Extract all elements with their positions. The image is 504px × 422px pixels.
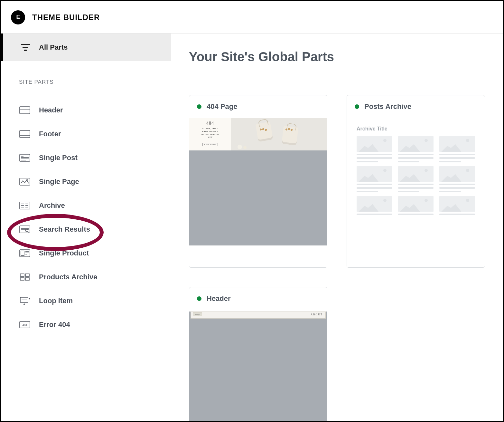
- svg-text:404: 404: [22, 323, 27, 327]
- svg-rect-24: [21, 251, 24, 255]
- error-404-icon: 404: [19, 320, 31, 330]
- loop-item-icon: [19, 296, 31, 306]
- card-title: Posts Archive: [364, 102, 411, 111]
- preview-404: 404 SORRY, THAT PAGE HASN'T BEEN COOKED …: [189, 118, 327, 150]
- svg-rect-0: [20, 107, 30, 114]
- sidebar-item-label: Loop Item: [39, 297, 73, 305]
- page-title: Your Site's Global Parts: [189, 50, 485, 64]
- sidebar-item-products-archive[interactable]: Products Archive: [19, 265, 153, 289]
- header-icon: [19, 105, 31, 115]
- sidebar-item-label: Footer: [39, 130, 61, 138]
- preview-header-logo: Logo: [193, 312, 202, 316]
- svg-rect-9: [20, 178, 30, 185]
- sidebar-item-header[interactable]: Header: [19, 98, 153, 122]
- preview-404-code: 404: [191, 121, 229, 126]
- sidebar-item-label: Single Page: [39, 177, 79, 186]
- svg-rect-31: [25, 278, 29, 280]
- svg-rect-11: [20, 202, 30, 209]
- svg-line-22: [28, 231, 29, 233]
- preview-404-image: [231, 118, 327, 150]
- sidebar-item-label: Archive: [39, 201, 65, 210]
- card-title: 404 Page: [207, 102, 237, 111]
- footer-icon: [19, 129, 31, 139]
- sidebar-item-search-results[interactable]: Search Results: [19, 217, 153, 241]
- divider: [189, 74, 485, 74]
- status-dot-icon: [197, 296, 201, 301]
- preview-header: Logo ABOUT: [191, 312, 326, 319]
- card-404-page[interactable]: 404 Page 404 SORRY, THAT PAGE HASN'T BEE…: [189, 95, 327, 268]
- card-title: Header: [207, 294, 231, 303]
- all-parts-label: All Parts: [39, 43, 68, 52]
- search-results-icon: [19, 225, 31, 234]
- elementor-logo-icon: E: [11, 10, 25, 24]
- sidebar-item-single-post[interactable]: Single Post: [19, 146, 153, 170]
- filter-icon: [21, 44, 30, 51]
- sidebar-item-single-page[interactable]: Single Page: [19, 170, 153, 194]
- site-parts-heading: SITE PARTS: [19, 79, 153, 85]
- card-posts-archive[interactable]: Posts Archive Archive Title: [347, 95, 485, 268]
- sidebar-item-all-parts[interactable]: All Parts: [1, 34, 171, 61]
- sidebar-item-label: Single Product: [39, 249, 89, 257]
- sidebar-item-label: Single Post: [39, 154, 78, 162]
- topbar: E THEME BUILDER: [1, 1, 503, 34]
- svg-rect-2: [20, 130, 30, 138]
- products-archive-icon: [19, 272, 31, 282]
- svg-rect-28: [20, 274, 24, 276]
- sidebar-item-label: Search Results: [39, 225, 90, 234]
- sidebar-item-single-product[interactable]: Single Product: [19, 241, 153, 265]
- preview-header-menu: ABOUT: [311, 313, 323, 316]
- svg-rect-30: [20, 278, 24, 280]
- sidebar-item-footer[interactable]: Footer: [19, 122, 153, 146]
- archive-icon: [19, 201, 31, 210]
- single-page-icon: [19, 177, 31, 187]
- status-dot-icon: [355, 104, 359, 109]
- svg-point-10: [27, 179, 28, 181]
- single-product-icon: [19, 248, 31, 258]
- sidebar-item-label: Error 404: [39, 321, 70, 329]
- main-content: Your Site's Global Parts 404 Page 404: [171, 34, 503, 421]
- card-header[interactable]: Header Logo ABOUT: [189, 287, 327, 422]
- sidebar-item-archive[interactable]: Archive: [19, 194, 153, 217]
- preview-posts-archive: Archive Title: [347, 118, 485, 267]
- app-title: THEME BUILDER: [32, 13, 100, 22]
- single-post-icon: [19, 153, 31, 163]
- preview-404-back-button: Back Home: [202, 143, 218, 146]
- sidebar-item-label: Products Archive: [39, 273, 97, 281]
- sidebar-item-loop-item[interactable]: Loop Item: [19, 289, 153, 313]
- sidebar-item-label: Header: [39, 106, 63, 114]
- status-dot-icon: [197, 104, 201, 109]
- svg-rect-29: [25, 274, 29, 276]
- archive-title-label: Archive Title: [347, 118, 485, 136]
- sidebar: All Parts SITE PARTS Header Footer: [1, 34, 171, 421]
- sidebar-item-error-404[interactable]: 404 Error 404: [19, 313, 153, 337]
